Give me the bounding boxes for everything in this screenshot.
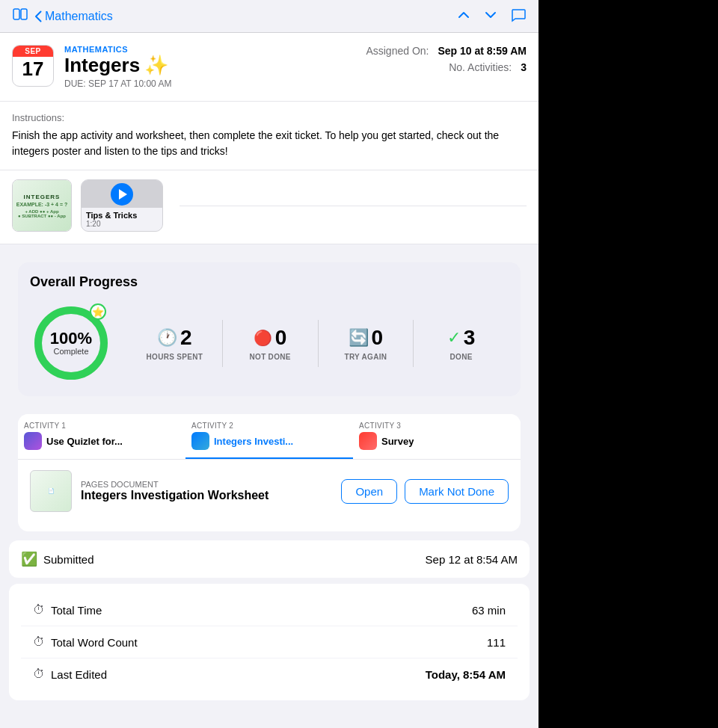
clock-icon: 🕐 [157, 328, 177, 348]
word-count-left: ⏱ Total Word Count [33, 635, 138, 649]
submitted-checkmark-icon: ✅ [21, 551, 37, 567]
tab2-icon-title: Integers Investi... [191, 432, 293, 450]
doc-name: Integers Investigation Worksheet [81, 489, 332, 502]
progress-title: Overall Progress [30, 274, 509, 290]
progress-stats: ⭐ 100% Complete 🕐 2 [30, 302, 509, 384]
progress-wrapper: Overall Progress ⭐ 100% Complete [0, 244, 538, 414]
svg-rect-1 [21, 9, 27, 19]
submitted-date: Sep 12 at 8:54 AM [426, 553, 518, 566]
hours-label: HOURS SPENT [130, 353, 219, 361]
time-icon: ⏱ [33, 603, 45, 617]
message-icon[interactable] [510, 7, 527, 26]
progress-section: Overall Progress ⭐ 100% Complete [18, 262, 521, 396]
done-value: 3 [464, 326, 476, 350]
try-again-icon: 🔄 [349, 328, 369, 348]
not-done-label: NOT DONE [226, 353, 315, 361]
word-count-label: Total Word Count [51, 636, 138, 649]
try-again-value: 0 [372, 326, 384, 350]
assignment-title: Integers ✨ [64, 54, 171, 77]
doc-thumbnail: 📄 [30, 470, 72, 512]
star-badge: ⭐ [90, 303, 106, 320]
poster-label: INTEGERS [24, 194, 61, 200]
instructions-label: Instructions: [12, 112, 527, 123]
no-activities-label: No. Activities: [449, 61, 512, 73]
circle-percent: 100% [50, 330, 92, 347]
assignment-header: SEP 17 MATHEMATICS Integers ✨ DUE: SEP 1… [0, 33, 538, 102]
tab2-num: ACTIVITY 2 [191, 422, 233, 430]
try-again-row: 🔄 0 [322, 326, 411, 350]
calendar-day: 17 [13, 57, 53, 80]
last-edited-icon: ⏱ [33, 667, 45, 681]
assignment-info: MATHEMATICS Integers ✨ DUE: SEP 17 AT 10… [64, 45, 171, 89]
video-attachment[interactable]: Tips & Tricks 1:20 [81, 179, 163, 232]
calendar-month: SEP [13, 46, 53, 57]
total-time-row: ⏱ Total Time 63 min [21, 594, 518, 626]
activities-wrapper: ACTIVITY 1 Use Quizlet for... ACTIVITY 2… [9, 414, 530, 531]
play-icon [111, 183, 133, 206]
tab3-title: Survey [381, 436, 414, 447]
no-activities-value: 3 [521, 61, 527, 73]
done-row: ✓ 3 [417, 326, 506, 350]
back-button[interactable]: Mathematics [34, 10, 113, 23]
instructions-section: Instructions: Finish the app activity an… [0, 102, 538, 170]
total-time-left: ⏱ Total Time [33, 603, 102, 617]
mark-not-done-button[interactable]: Mark Not Done [405, 479, 509, 504]
try-again-label: TRY AGAIN [322, 353, 411, 361]
last-edited-value: Today, 8:54 AM [426, 668, 506, 681]
circle-label: Complete [50, 347, 92, 356]
word-count-row: ⏱ Total Word Count 111 [21, 626, 518, 658]
assignment-meta: Assigned On: Sep 10 at 8:59 AM No. Activ… [366, 45, 527, 78]
hours-row: 🕐 2 [130, 326, 219, 350]
try-again-stat: 🔄 0 TRY AGAIN [319, 320, 414, 367]
chevron-up-icon[interactable] [456, 7, 471, 25]
tab2-title: Integers Investi... [214, 436, 293, 447]
done-stat: ✓ 3 DONE [414, 320, 509, 367]
video-preview [82, 180, 162, 208]
tab1-icon-title: Use Quizlet for... [24, 432, 123, 450]
tab-activity-3[interactable]: ACTIVITY 3 Survey [353, 414, 521, 459]
nav-right [456, 7, 527, 26]
word-count-value: 111 [487, 636, 506, 649]
assigned-on-value: Sep 10 at 8:59 AM [438, 45, 527, 57]
activities-section: ACTIVITY 1 Use Quizlet for... ACTIVITY 2… [18, 414, 521, 531]
subject-label: MATHEMATICS [64, 45, 171, 54]
total-time-value: 63 min [472, 604, 506, 617]
play-triangle-icon [119, 189, 127, 200]
hours-spent-stat: 🕐 2 HOURS SPENT [127, 320, 223, 367]
submitted-left: ✅ Submitted [21, 551, 94, 567]
tab2-icon [191, 432, 209, 450]
submitted-row: ✅ Submitted Sep 12 at 8:54 AM [21, 551, 518, 567]
chevron-down-icon[interactable] [483, 7, 498, 25]
not-done-row: 🔴 0 [226, 326, 315, 350]
due-date: DUE: SEP 17 AT 10:00 AM [64, 78, 171, 89]
done-icon: ✓ [447, 328, 461, 348]
attachments-row: INTEGERS EXAMPLE: -3 + 4 = ? + ADD ●● + … [0, 170, 538, 244]
activity-tabs: ACTIVITY 1 Use Quizlet for... ACTIVITY 2… [18, 414, 521, 460]
assignment-left: SEP 17 MATHEMATICS Integers ✨ DUE: SEP 1… [12, 45, 171, 89]
poster-attachment[interactable]: INTEGERS EXAMPLE: -3 + 4 = ? + ADD ●● + … [12, 179, 72, 232]
status-details: ✅ Submitted Sep 12 at 8:54 AM ⏱ Total Ti… [9, 540, 530, 700]
tab1-title: Use Quizlet for... [46, 436, 123, 447]
not-done-icon: 🔴 [254, 329, 272, 347]
submitted-card: ✅ Submitted Sep 12 at 8:54 AM [9, 540, 530, 578]
stats-grid: 🕐 2 HOURS SPENT 🔴 0 NOT DONE [127, 320, 509, 367]
nav-bar: Mathematics [0, 0, 538, 33]
tab3-icon-title: Survey [359, 432, 414, 450]
sidebar-toggle-button[interactable] [12, 6, 28, 26]
not-done-stat: 🔴 0 NOT DONE [223, 320, 319, 367]
details-card: ⏱ Total Time 63 min ⏱ Total Word Count 1… [9, 584, 530, 700]
doc-type: PAGES DOCUMENT [81, 480, 332, 489]
not-done-value: 0 [275, 326, 287, 350]
assigned-on-row: Assigned On: Sep 10 at 8:59 AM [366, 45, 527, 57]
tab-activity-2[interactable]: ACTIVITY 2 Integers Investi... [185, 414, 353, 459]
activity-content: 📄 PAGES DOCUMENT Integers Investigation … [18, 460, 521, 531]
calendar-icon: SEP 17 [12, 45, 54, 87]
total-time-label: Total Time [51, 604, 102, 617]
tab3-num: ACTIVITY 3 [359, 422, 401, 430]
open-button[interactable]: Open [341, 479, 397, 504]
progress-circle: ⭐ 100% Complete [30, 302, 112, 384]
video-info: Tips & Tricks 1:20 [82, 208, 162, 231]
tab-activity-1[interactable]: ACTIVITY 1 Use Quizlet for... [18, 414, 185, 459]
hours-value: 2 [180, 326, 192, 350]
no-activities-row: No. Activities: 3 [366, 61, 527, 73]
